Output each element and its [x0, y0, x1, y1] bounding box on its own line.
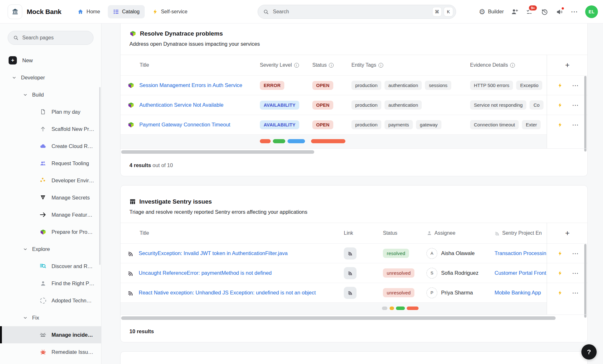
- sidebar-item-request-tooling[interactable]: Request Tooling: [0, 155, 101, 172]
- info-icon[interactable]: [378, 63, 383, 68]
- run-action-button[interactable]: [558, 83, 563, 88]
- entity-tag: payments: [385, 120, 413, 129]
- dynatrace-icon: [128, 102, 135, 109]
- column-header-assignee[interactable]: Assignee: [426, 230, 495, 236]
- status-badge: resolved: [383, 249, 409, 258]
- sidebar-item-create-cloud[interactable]: Create Cloud R…: [0, 138, 101, 155]
- results-count: 10 results: [129, 328, 154, 334]
- problem-title-link[interactable]: Session Management Errors in Auth Servic…: [139, 82, 242, 88]
- issue-title-link[interactable]: Uncaught ReferenceError: paymentMethod i…: [139, 270, 272, 276]
- history-button[interactable]: [540, 8, 549, 16]
- info-icon[interactable]: [329, 63, 334, 68]
- horizontal-scrollbar[interactable]: [121, 316, 556, 320]
- tasks-button[interactable]: 9+: [525, 8, 534, 16]
- tasks-badge: 9+: [528, 5, 537, 11]
- column-header-sentry-project[interactable]: Sentry Project En: [495, 230, 547, 236]
- run-action-button[interactable]: [558, 251, 563, 256]
- table-row: Session Management Errors in Auth Servic…: [121, 75, 587, 95]
- column-header-title[interactable]: Title: [121, 230, 344, 236]
- sidebar-item-manage-secrets[interactable]: Manage Secrets: [0, 189, 101, 206]
- run-action-button[interactable]: [558, 122, 563, 128]
- nav-self-service[interactable]: Self-service: [147, 5, 193, 18]
- add-column-button[interactable]: +: [547, 61, 588, 70]
- sidebar-group-build[interactable]: Build: [0, 86, 101, 103]
- sentry-external-link[interactable]: [344, 247, 357, 260]
- table-vertical-scrollbar[interactable]: [584, 76, 586, 152]
- nav-home[interactable]: Home: [72, 5, 105, 18]
- global-search-input[interactable]: Search ⌘ K: [258, 5, 456, 19]
- sentry-icon: [128, 290, 134, 296]
- sidebar-group-explore[interactable]: Explore: [0, 240, 101, 258]
- info-icon[interactable]: [510, 63, 515, 68]
- sentry-external-link[interactable]: [344, 267, 357, 279]
- column-header-title[interactable]: Title: [121, 62, 260, 68]
- sentry-project-link[interactable]: Mobile Banking App: [495, 290, 541, 296]
- sidebar-item-prepare-production[interactable]: Prepare for Pro…: [0, 223, 101, 240]
- entity-tag: production: [351, 100, 381, 110]
- sentry-external-link[interactable]: [344, 287, 357, 299]
- sidebar-item-find-right[interactable]: Find the Right P…: [0, 275, 101, 292]
- sentry-project-link[interactable]: Customer Portal Front: [495, 270, 546, 276]
- problem-title-link[interactable]: Payment Gateway Connection Timeout: [139, 122, 230, 128]
- issue-title-link[interactable]: React Native exception: Unhandled JS Exc…: [139, 290, 316, 296]
- announcements-button[interactable]: [555, 8, 564, 16]
- column-header-link[interactable]: Link: [344, 230, 383, 236]
- column-header-evidence[interactable]: Evidence Details: [470, 62, 547, 68]
- sidebar-item-manage-features[interactable]: Manage Featur…: [0, 206, 101, 223]
- siren-icon: [39, 331, 47, 339]
- sentry-icon: [495, 231, 500, 236]
- sidebar-group-developer[interactable]: Developer: [0, 69, 101, 86]
- add-column-button[interactable]: +: [547, 229, 588, 238]
- search-placeholder: Search: [273, 9, 428, 15]
- sidebar-item-adopted-tech[interactable]: Adopted Techn…: [0, 292, 101, 309]
- home-icon: [77, 9, 84, 15]
- top-navbar: Mock Bank Home Catalog Self-service: [0, 0, 603, 24]
- info-icon[interactable]: [294, 63, 299, 68]
- table-vertical-scrollbar[interactable]: [584, 244, 586, 318]
- column-header-status[interactable]: Status: [312, 62, 351, 68]
- column-header-status[interactable]: Status: [383, 230, 426, 236]
- sidebar-item-scaffold-new[interactable]: Scaffold New Pr…: [0, 120, 101, 138]
- sidebar-item-discover[interactable]: Discover and R…: [0, 258, 101, 275]
- assignee-name: Priya Sharma: [441, 290, 473, 296]
- help-button[interactable]: [581, 344, 597, 360]
- chevron-down-icon: [12, 75, 17, 80]
- lightning-icon: [152, 9, 158, 15]
- column-header-entity-tags[interactable]: Entity Tags: [351, 62, 470, 68]
- brand-logo[interactable]: [8, 4, 22, 19]
- evidence-tag: HTTP 500 errors: [470, 81, 513, 90]
- sentry-project-link[interactable]: Transaction Processin: [495, 250, 546, 256]
- sidebar-search-input[interactable]: Search pages: [8, 31, 94, 45]
- builder-button[interactable]: ⚙ Builder: [479, 8, 504, 16]
- invite-users-button[interactable]: [510, 8, 519, 16]
- problem-title-link[interactable]: Authentication Service Not Available: [139, 102, 224, 108]
- issue-title-link[interactable]: SecurityException: Invalid JWT token in …: [139, 250, 288, 256]
- sidebar-item-plan-my-day[interactable]: Plan my day: [0, 103, 101, 120]
- results-suffix: out of 10: [152, 162, 173, 168]
- run-action-button[interactable]: [558, 290, 563, 296]
- search-icon: [263, 9, 269, 15]
- assignee-name: Aisha Olawale: [441, 250, 475, 256]
- cloud-icon: [39, 142, 47, 150]
- sidebar-item-remediate-issues[interactable]: Remediate Issu…: [0, 343, 101, 361]
- user-avatar[interactable]: EL: [585, 5, 598, 18]
- dynatrace-table: Title Severity Level Status Entity Tags: [121, 55, 587, 157]
- sidebar-new-button[interactable]: New: [0, 52, 101, 69]
- results-count: 4 results: [129, 162, 151, 168]
- arrow-up-icon: [39, 125, 47, 133]
- sidebar-item-developer-environments[interactable]: Developer Envir…: [0, 172, 101, 189]
- sidebar-item-manage-incidents[interactable]: Manage incide…: [0, 326, 101, 343]
- main-content: Resolve Dynatrace problems Address open …: [101, 24, 603, 364]
- run-action-button[interactable]: [558, 102, 563, 108]
- horizontal-scrollbar[interactable]: [121, 150, 314, 154]
- sidebar-scrollbar[interactable]: [99, 87, 100, 265]
- search-lines-icon: [39, 262, 47, 270]
- results-footer: 4 results out of 10: [121, 157, 587, 176]
- column-header-severity[interactable]: Severity Level: [260, 62, 312, 68]
- history-icon: [541, 8, 548, 16]
- more-menu-button[interactable]: ⋯: [570, 8, 579, 16]
- run-action-button[interactable]: [558, 270, 563, 276]
- sidebar-group-fix[interactable]: Fix: [0, 309, 101, 326]
- nav-catalog[interactable]: Catalog: [108, 5, 145, 18]
- dynatrace-icon: [128, 82, 135, 89]
